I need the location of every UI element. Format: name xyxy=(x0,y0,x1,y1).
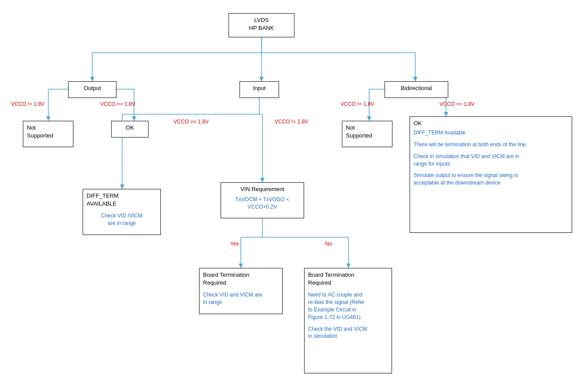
vcco-eq-18-right: VCCO == 1.8V xyxy=(439,101,475,107)
bidir-label: Bidirectional xyxy=(388,84,444,92)
no-label: No xyxy=(325,241,332,247)
svg-marker-14 xyxy=(132,116,136,121)
vcco-eq-18-center: VCCO == 1.8V xyxy=(174,119,209,125)
not-supported-left-box: NotSupported xyxy=(23,121,73,147)
ok-bidir-sub1: DIFF_TERM Available xyxy=(414,129,568,137)
ok-bidir-title: OK xyxy=(414,119,568,127)
ok-bidir-sub4: Simulate output to ensure the signal swi… xyxy=(414,172,568,187)
diff-term-box: DIFF_TERMAVAILABLE Check VID /VICMare in… xyxy=(83,189,161,235)
vcco-ne-18-right: VCCO != 1.8V xyxy=(341,101,374,107)
board-term-yes-sub: Check VID and VICM arein range xyxy=(203,291,279,306)
vcco-ne-18-center: VCCO != 1.8V xyxy=(275,119,308,125)
input-label: Input xyxy=(243,84,275,92)
svg-marker-33 xyxy=(346,264,351,268)
output-box: Output xyxy=(68,81,116,98)
ok-output-box: OK xyxy=(111,121,149,137)
diagram-container: LVDS HP BANK Output Input Bidirectional … xyxy=(0,0,588,387)
vin-req-title: VIN Requirement xyxy=(225,185,300,193)
svg-marker-24 xyxy=(367,116,371,121)
root-label: LVDS HP BANK xyxy=(232,16,290,32)
yes-label: Yes xyxy=(230,241,239,247)
board-term-no-sub2: Check the VID and VICMin simulation xyxy=(308,326,388,340)
svg-marker-8 xyxy=(413,77,417,81)
ok-output-label: OK xyxy=(115,124,145,132)
not-supported-right-label: NotSupported xyxy=(346,124,388,140)
svg-marker-3 xyxy=(90,77,94,81)
diff-term-sub: Check VID /VICMare in range xyxy=(87,212,157,227)
bidirectional-box: Bidirectional xyxy=(385,81,448,98)
not-supported-right-box: NotSupported xyxy=(342,121,392,147)
board-term-no-title: Board TerminationRequired xyxy=(308,271,388,287)
root-box: LVDS HP BANK xyxy=(229,13,294,37)
input-box: Input xyxy=(240,81,279,98)
ok-bidir-sub3: Check in simulation that VID and VICM ar… xyxy=(414,153,568,168)
board-term-yes-box: Board TerminationRequired Check VID and … xyxy=(199,268,283,314)
ok-bidir-box: OK DIFF_TERM Available There will be ter… xyxy=(410,116,572,233)
svg-marker-21 xyxy=(260,178,265,182)
svg-marker-26 xyxy=(444,112,448,116)
vin-req-sub: TxVOCM + TxVOD/2 <VCCO+0.2V xyxy=(225,196,300,211)
output-label: Output xyxy=(72,84,113,92)
ok-bidir-sub2: There will be termination at both ends o… xyxy=(414,141,568,148)
board-term-no-sub1: Need to AC couple andre-bias the signal … xyxy=(308,291,388,321)
svg-marker-5 xyxy=(259,77,264,81)
not-supported-left-label: NotSupported xyxy=(27,124,69,140)
svg-marker-18 xyxy=(120,184,124,189)
vin-req-box: VIN Requirement TxVOCM + TxVOD/2 <VCCO+0… xyxy=(221,182,304,218)
board-term-no-box: Board TerminationRequired Need to AC cou… xyxy=(304,268,392,373)
svg-marker-11 xyxy=(46,116,51,121)
vcco-eq-18-left: VCCO == 1.8V xyxy=(100,101,135,107)
board-term-yes-title: Board TerminationRequired xyxy=(203,271,279,287)
diff-term-title: DIFF_TERMAVAILABLE xyxy=(87,192,157,208)
svg-marker-30 xyxy=(239,264,243,268)
vcco-ne-18-left: VCCO != 1.8V xyxy=(11,101,44,107)
